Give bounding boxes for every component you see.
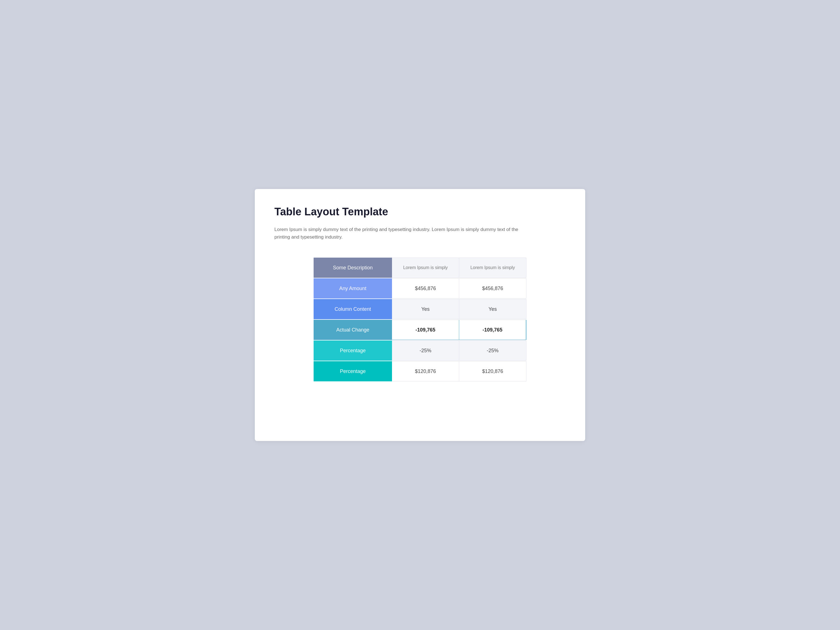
row-2-col2: $456,876 — [459, 278, 526, 298]
table-row: Percentage -25% -25% — [314, 341, 526, 361]
row-label-5: Percentage — [314, 341, 392, 361]
row-label-1: Some Description — [314, 257, 392, 278]
row-6-col1: $120,876 — [392, 361, 459, 381]
row-2-col1: $456,876 — [392, 278, 459, 298]
row-label-6: Percentage — [314, 361, 392, 381]
table-row: Any Amount $456,876 $456,876 — [314, 278, 526, 298]
row-5-col1: -25% — [392, 341, 459, 361]
row-4-col2: -109,765 — [459, 320, 527, 340]
data-table: Some Description Lorem Ipsum is simply L… — [314, 257, 526, 381]
main-card: Table Layout Template Lorem Ipsum is sim… — [255, 189, 585, 441]
row-label-2: Any Amount — [314, 278, 392, 298]
page-title: Table Layout Template — [275, 206, 565, 218]
row-5-col2: -25% — [459, 341, 526, 361]
row-3-col1: Yes — [392, 299, 459, 319]
row-1-col1: Lorem Ipsum is simply — [392, 257, 459, 278]
row-4-col1: -109,765 — [392, 320, 459, 340]
row-label-3: Column Content — [314, 299, 392, 319]
page-description: Lorem Ipsum is simply dummy text of the … — [275, 226, 526, 241]
table-row: Some Description Lorem Ipsum is simply L… — [314, 257, 526, 278]
table-row: Actual Change -109,765 -109,765 — [314, 320, 526, 340]
row-3-col2: Yes — [459, 299, 526, 319]
row-label-4: Actual Change — [314, 320, 392, 340]
row-6-col2: $120,876 — [459, 361, 526, 381]
table-row: Column Content Yes Yes — [314, 299, 526, 319]
row-1-col2: Lorem Ipsum is simply — [459, 257, 526, 278]
table-row: Percentage $120,876 $120,876 — [314, 361, 526, 381]
